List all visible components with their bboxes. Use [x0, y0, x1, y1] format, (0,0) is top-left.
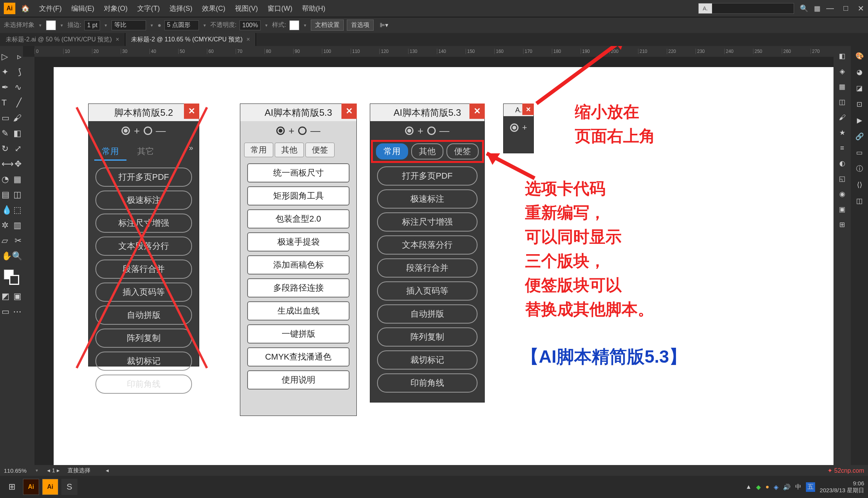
minimize-icon[interactable]: — [826, 4, 834, 13]
free-transform[interactable]: ✥ [15, 159, 21, 169]
info-icon[interactable]: ⓘ [853, 163, 866, 175]
arrange-icon[interactable]: ▦ [814, 4, 820, 13]
doc-tab-2[interactable]: 未标题-2 @ 110.65 % (CMYK/CPU 预览)× [125, 33, 256, 46]
script-button[interactable]: 添加画稿色标 [247, 255, 349, 274]
script-button[interactable]: 标注尺寸增强 [377, 212, 477, 232]
ime-icon[interactable]: 五 [806, 482, 815, 492]
symbols-icon[interactable]: ★ [836, 127, 848, 139]
clock[interactable]: 9:062023/8/13 星期日 [820, 480, 864, 494]
selection-tool[interactable]: ▷ [2, 52, 8, 62]
script-button[interactable]: 多段路径连接 [247, 278, 349, 297]
script-button[interactable]: 段落行合并 [95, 260, 192, 279]
radio-on[interactable] [276, 127, 285, 135]
radio-off[interactable] [427, 127, 436, 135]
task-ai-2[interactable]: Ai [42, 479, 58, 495]
brushes-icon[interactable]: 🖌 [836, 111, 848, 123]
perspective-tool[interactable]: ▦ [13, 174, 21, 184]
properties-icon[interactable]: ◧ [836, 50, 848, 62]
screen-mode[interactable]: ▭ [2, 307, 10, 317]
script-button[interactable]: 文本段落分行 [95, 237, 192, 256]
line-tool[interactable]: ╱ [16, 98, 21, 108]
prefs-button[interactable]: 首选项 [347, 20, 374, 31]
type-tool[interactable]: T [2, 98, 7, 108]
opacity-input[interactable]: 100% [240, 20, 261, 30]
slice-tool[interactable]: ✂ [15, 236, 21, 246]
artboard-nav[interactable]: ◂ 1 ▸ [47, 467, 60, 474]
menu-edit[interactable]: 编辑(E) [71, 4, 94, 13]
menu-effect[interactable]: 效果(C) [202, 4, 225, 13]
script-button[interactable]: 插入页码等 [377, 281, 477, 301]
symbol-spray[interactable]: ✲ [2, 220, 8, 230]
transform-icon[interactable]: ⊡ [853, 98, 866, 110]
script-button[interactable]: 一键拼版 [247, 324, 349, 344]
close-icon[interactable]: × [246, 36, 250, 43]
sound-icon[interactable]: 🔊 [783, 483, 791, 491]
tab-other[interactable]: 其他 [275, 143, 304, 157]
menu-text[interactable]: 文字(T) [137, 4, 160, 13]
gradient-tool[interactable]: ◫ [13, 190, 21, 200]
script-button[interactable]: 统一画板尺寸 [247, 163, 349, 182]
radio-off[interactable] [144, 127, 152, 135]
brush-tool[interactable]: 🖌 [13, 113, 21, 123]
rotate-tool[interactable]: ↻ [2, 144, 8, 154]
script-button[interactable]: 极速标注 [95, 191, 192, 210]
tab-notes[interactable]: 便签 [305, 143, 335, 157]
menu-file[interactable]: 文件(F) [39, 4, 62, 13]
script-button[interactable]: 极速标注 [377, 189, 477, 209]
graph-tool[interactable]: ▥ [13, 220, 21, 230]
transparency-icon[interactable]: ◱ [836, 173, 848, 185]
appearance-icon[interactable]: ◉ [836, 188, 848, 200]
script-button[interactable]: 极速手提袋 [247, 232, 349, 251]
pathfinder-icon[interactable]: ◪ [853, 82, 866, 94]
tray-icon[interactable]: ● [765, 483, 769, 490]
swatches-icon[interactable]: ◫ [836, 96, 848, 108]
draw-mode[interactable]: ▣ [13, 291, 21, 301]
actions-icon[interactable]: ▶ [853, 114, 866, 127]
script-button[interactable]: 标注尺寸增强 [95, 214, 192, 233]
canvas[interactable]: 0102030405060708090100110120130140150160… [23, 46, 834, 468]
menu-view[interactable]: 视图(V) [235, 4, 258, 13]
script-button[interactable]: 矩形圆角工具 [247, 186, 349, 205]
radio-on[interactable] [121, 127, 130, 135]
tab-other[interactable]: 其它 [130, 143, 162, 161]
script-button[interactable]: 使用说明 [247, 370, 349, 390]
script-button[interactable]: 打开多页PDF [95, 168, 192, 187]
script-button[interactable]: 裁切标记 [95, 352, 192, 371]
script-button[interactable]: 印前角线 [95, 375, 192, 394]
tab-common[interactable]: 常用 [244, 143, 273, 157]
color-guide-icon[interactable]: ◕ [853, 66, 866, 78]
chevron-icon[interactable]: » [189, 143, 193, 161]
color-mode[interactable]: ◩ [2, 291, 10, 301]
menu-select[interactable]: 选择(S) [169, 4, 192, 13]
menu-object[interactable]: 对象(O) [104, 4, 128, 13]
pen-tool[interactable]: ✒ [2, 82, 8, 92]
search-icon[interactable]: 🔍 [800, 4, 808, 13]
brush-select[interactable]: 5 点圆形 [164, 20, 199, 30]
task-ai-1[interactable]: Ai [23, 479, 39, 495]
direct-select-tool[interactable]: ▹ [17, 52, 21, 62]
css-icon[interactable]: ⟨⟩ [853, 179, 866, 191]
gradient-icon[interactable]: ◐ [836, 157, 848, 169]
close-icon[interactable]: × [116, 36, 119, 43]
script-button[interactable]: 包装盒型2.0 [247, 209, 349, 228]
fill-stroke-swatch[interactable] [4, 270, 19, 285]
script-button[interactable]: 段落行合并 [377, 258, 477, 278]
home-icon[interactable]: 🏠 [21, 4, 30, 13]
script-button[interactable]: 自动拼版 [95, 306, 192, 325]
hand-tool[interactable]: ✋ [2, 251, 12, 261]
menu-help[interactable]: 帮助(H) [302, 4, 325, 13]
curve-tool[interactable]: ∿ [15, 82, 21, 92]
close-button[interactable]: ✕ [469, 104, 485, 119]
script-button[interactable]: 文本段落分行 [377, 235, 477, 255]
graphic-styles-icon[interactable]: ▣ [836, 203, 848, 215]
script-button[interactable]: 生成出血线 [247, 301, 349, 320]
script-button[interactable]: 印前角线 [377, 373, 477, 393]
zoom-level[interactable]: 110.65% [4, 467, 26, 474]
shape-builder[interactable]: ◔ [2, 174, 9, 184]
close-icon[interactable]: ✕ [858, 4, 864, 13]
start-button[interactable]: ⊞ [4, 479, 20, 495]
rect-tool[interactable]: ▭ [2, 113, 10, 123]
ime-icon[interactable]: 中 [795, 483, 801, 491]
artboards-icon[interactable]: ▭ [853, 146, 866, 159]
maximize-icon[interactable]: □ [843, 4, 848, 13]
